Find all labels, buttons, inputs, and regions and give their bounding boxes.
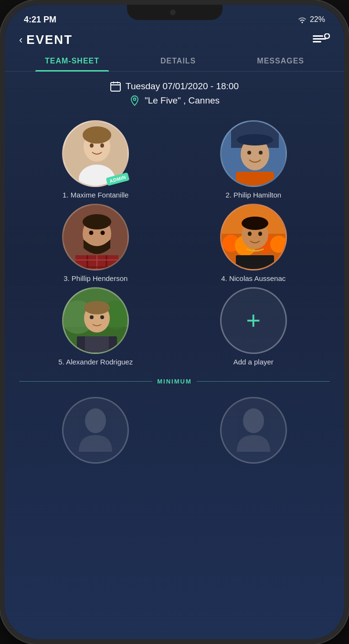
svg-rect-0 [313,35,323,37]
svg-point-25 [89,231,94,235]
page-title: EVENT [26,32,73,47]
svg-point-14 [100,144,104,148]
phone-notch [127,5,222,20]
main-content: Tuesday 07/01/2020 - 18:00 "Le Five" , C… [5,72,344,639]
empty-player-cell-7 [19,397,172,464]
svg-rect-2 [313,41,321,42]
svg-rect-53 [85,336,109,354]
player-name-5: 5. Alexander Rodriguez [58,358,133,366]
avatar-wrapper-3[interactable] [62,204,129,270]
player-cell-add: + Add a player [177,287,330,366]
avatar-4 [220,204,287,270]
svg-rect-21 [236,172,274,187]
event-location: "Le Five" , Cannes [5,95,344,106]
battery-percentage: 22% [310,15,325,24]
player-cell-5: 5. Alexander Rodriguez [19,287,172,366]
svg-point-20 [259,151,263,155]
header: ‹ EVENT [5,29,344,51]
avatar-2 [220,120,287,187]
svg-point-51 [100,315,104,319]
player-cell-2: 2. Philip Hamilton [177,120,330,199]
tab-messages[interactable]: MESSAGES [247,51,314,71]
player-name-3: 3. Phillip Henderson [63,274,127,282]
event-info: Tuesday 07/01/2020 - 18:00 "Le Five" , C… [5,81,344,106]
player-name-2: 2. Philip Hamilton [225,191,281,199]
bottom-players-grid [5,392,344,478]
svg-point-50 [90,315,94,319]
svg-point-26 [101,231,105,235]
calendar-icon [110,81,121,92]
status-time: 4:21 PM [24,15,56,25]
empty-avatar-8[interactable] [220,397,287,464]
svg-point-13 [90,144,94,148]
svg-rect-4 [111,83,120,91]
svg-point-49 [84,301,110,314]
svg-rect-1 [313,38,326,40]
minimum-divider: MINIMUM [5,373,344,390]
avatar-wrapper-4[interactable] [220,204,287,270]
svg-point-43 [258,232,262,236]
avatar-3 [62,204,129,270]
add-player-button[interactable]: + [220,287,287,354]
player-cell-1: ADMIN 1. Maxime Fontanille [19,120,172,199]
wifi-icon [297,16,307,23]
tab-details[interactable]: DETAILS [151,51,205,71]
svg-point-3 [325,33,329,38]
player-cell-3: 3. Phillip Henderson [19,204,172,282]
tab-bar: TEAM-SHEET DETAILS MESSAGES [5,51,344,72]
svg-rect-41 [236,255,274,270]
min-line-right [197,381,330,382]
svg-point-40 [242,217,268,230]
player-cell-4: 4. Nicolas Aussenac [177,204,330,282]
player-name-4: 4. Nicolas Aussenac [221,274,286,282]
svg-point-54 [85,408,106,433]
svg-point-18 [237,134,273,145]
event-date-text: Tuesday 07/01/2020 - 18:00 [126,81,239,92]
svg-point-55 [243,408,264,433]
avatar-wrapper-5[interactable] [62,287,129,354]
svg-point-8 [133,98,136,101]
phone-screen: 4:21 PM 22% ‹ EVENT [5,5,344,639]
min-line-left [19,381,152,382]
empty-player-cell-8 [177,397,330,464]
minimum-label: MINIMUM [157,378,192,385]
location-icon [129,95,140,106]
avatar-wrapper-2[interactable] [220,120,287,187]
event-date: Tuesday 07/01/2020 - 18:00 [5,81,344,92]
avatar-5 [62,287,129,354]
players-grid: ADMIN 1. Maxime Fontanille [5,115,344,371]
player-name-1: 1. Maxime Fontanille [63,191,128,199]
plus-icon: + [246,308,261,333]
settings-button[interactable] [313,33,330,47]
avatar-wrapper-1[interactable]: ADMIN [62,120,129,187]
add-player-label: Add a player [233,358,274,366]
svg-point-11 [83,126,111,144]
svg-point-42 [248,232,252,236]
back-button[interactable]: ‹ EVENT [19,32,73,47]
svg-point-38 [270,236,287,253]
empty-avatar-7[interactable] [62,397,129,464]
svg-point-24 [83,214,111,229]
phone-device: 4:21 PM 22% ‹ EVENT [0,0,349,644]
status-icons: 22% [297,15,325,24]
back-arrow-icon: ‹ [19,34,22,46]
tab-team-sheet[interactable]: TEAM-SHEET [35,51,109,71]
svg-point-19 [247,151,251,155]
event-location-text: "Le Five" , Cannes [145,95,220,106]
